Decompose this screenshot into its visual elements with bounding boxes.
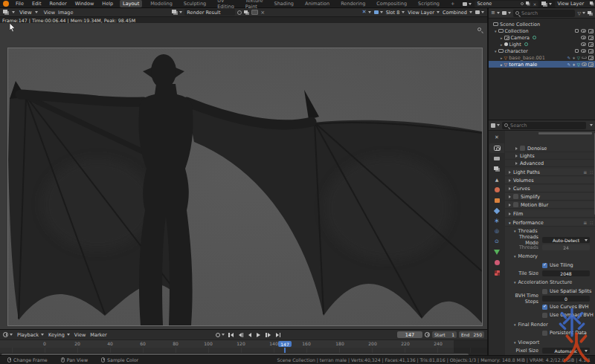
panel-film[interactable]: Film bbox=[505, 210, 595, 218]
menu-render[interactable]: Render bbox=[48, 1, 68, 7]
image-browse-dropdown[interactable] bbox=[172, 10, 182, 15]
playback-menu[interactable]: Playback bbox=[17, 332, 44, 338]
unlink-image-icon[interactable]: × bbox=[260, 10, 265, 16]
workspace-tab-compositing[interactable]: Compositing bbox=[373, 0, 410, 7]
preview-range-icon[interactable] bbox=[425, 332, 430, 337]
disclosure-right-icon[interactable]: ▸ bbox=[501, 42, 503, 47]
view-layer-browse-dropdown[interactable] bbox=[541, 1, 552, 7]
tab-object[interactable] bbox=[489, 195, 504, 205]
timeline-editor-dropdown[interactable] bbox=[3, 332, 13, 337]
render-layer-dropdown[interactable]: View Layer bbox=[408, 10, 440, 16]
properties-options-chevron-icon[interactable] bbox=[590, 124, 593, 126]
properties-search-input[interactable] bbox=[502, 122, 586, 129]
panel-menu-icon[interactable]: ≡ ∷ bbox=[583, 220, 594, 225]
play-button[interactable] bbox=[256, 333, 262, 337]
fake-user-icon[interactable] bbox=[237, 10, 242, 15]
denoise-checkbox[interactable] bbox=[520, 146, 525, 151]
workspace-tab-rendering[interactable]: Rendering bbox=[338, 0, 368, 7]
zoom-tool-icon[interactable] bbox=[477, 20, 481, 34]
disclosure-right-icon[interactable]: ▸ bbox=[501, 36, 503, 40]
tab-tool[interactable]: ✕ bbox=[489, 133, 504, 143]
start-frame-field[interactable]: Start1 bbox=[432, 331, 457, 338]
outliner-row-base-base[interactable]: ▸ ▽ base_base.001 ✎ ∗ ▽ bbox=[489, 54, 595, 61]
playhead-line[interactable] bbox=[284, 348, 286, 353]
partial-slider[interactable] bbox=[538, 132, 592, 134]
keying-menu[interactable]: Keying bbox=[48, 332, 70, 338]
hide-eye-icon[interactable] bbox=[582, 62, 587, 66]
tile-size-field[interactable]: 2048 bbox=[542, 270, 590, 276]
timeline-ruler[interactable]: 0 20 40 60 80 100 120 140 160 180 200 22… bbox=[0, 339, 487, 348]
render-slot-dropdown[interactable]: Slot 8 bbox=[386, 10, 405, 16]
open-image-icon[interactable] bbox=[251, 10, 258, 15]
panel-performance[interactable]: ▾Performance≡ ∷ bbox=[505, 219, 595, 227]
panel-light-paths[interactable]: Light Paths≡ ∷ bbox=[505, 169, 595, 176]
disclosure-right-icon[interactable]: ▸ bbox=[501, 56, 503, 60]
panel-menu-icon[interactable]: ≡ ∷ bbox=[583, 169, 594, 175]
curves-bvh-checkbox[interactable] bbox=[542, 305, 547, 310]
add-workspace-button[interactable]: + bbox=[448, 0, 457, 7]
workspace-tab-layout[interactable]: Layout bbox=[120, 0, 142, 7]
simplify-checkbox[interactable] bbox=[513, 194, 518, 199]
disable-render-icon[interactable] bbox=[588, 62, 594, 67]
scene-browse-dropdown[interactable] bbox=[463, 2, 472, 6]
tab-particles[interactable]: ∗ bbox=[489, 216, 504, 226]
bvh-steps-field[interactable]: 0 bbox=[542, 296, 590, 302]
disable-render-icon[interactable] bbox=[588, 56, 594, 60]
tab-texture[interactable] bbox=[489, 268, 504, 278]
section-acceleration[interactable]: ▾Acceleration Structure bbox=[505, 279, 595, 286]
outliner-row-scene-collection[interactable]: Scene Collection bbox=[489, 21, 595, 27]
disclosure-down-icon[interactable]: ▾ bbox=[495, 29, 497, 33]
panel-lights[interactable]: Lights bbox=[505, 152, 595, 160]
motion-blur-checkbox[interactable] bbox=[513, 202, 518, 207]
panel-simplify[interactable]: Simplify bbox=[505, 193, 595, 201]
outliner-search-input[interactable] bbox=[513, 10, 576, 17]
disclosure-right-icon[interactable]: ▸ bbox=[501, 62, 503, 67]
outliner-filter-dropdown[interactable] bbox=[502, 11, 511, 15]
image-mode-dropdown[interactable]: View bbox=[19, 10, 38, 16]
threads-count-field[interactable]: 24 bbox=[542, 244, 590, 250]
tab-view-layer[interactable] bbox=[489, 164, 504, 174]
properties-editor-dropdown[interactable] bbox=[491, 123, 500, 128]
display-mode-dropdown[interactable]: ≡ bbox=[491, 10, 500, 16]
tab-material[interactable] bbox=[489, 258, 504, 267]
jump-to-end-button[interactable] bbox=[274, 333, 282, 337]
menu-file[interactable]: File bbox=[14, 1, 25, 7]
image-view-menu[interactable]: View bbox=[42, 10, 57, 16]
disable-render-icon[interactable] bbox=[588, 42, 594, 47]
tab-render[interactable] bbox=[489, 143, 504, 153]
workspace-tab-animation[interactable]: Animation bbox=[302, 0, 332, 7]
next-keyframe-button[interactable] bbox=[265, 333, 272, 337]
menu-edit[interactable]: Edit bbox=[30, 1, 43, 7]
image-name-field[interactable]: Render Result bbox=[184, 9, 235, 16]
compact-bvh-checkbox[interactable] bbox=[542, 313, 547, 318]
section-memory[interactable]: ▾Memory bbox=[505, 253, 595, 260]
spatial-splits-checkbox[interactable] bbox=[542, 289, 547, 294]
jump-to-start-button[interactable] bbox=[228, 333, 235, 337]
hide-eye-icon[interactable] bbox=[581, 42, 586, 46]
new-collection-icon[interactable] bbox=[588, 11, 591, 14]
outliner-row-character[interactable]: ▾ character bbox=[489, 48, 595, 54]
timeline-view-menu[interactable]: View bbox=[74, 332, 86, 338]
tab-modifiers[interactable] bbox=[489, 206, 504, 215]
play-reverse-button[interactable] bbox=[248, 333, 253, 337]
image-image-menu[interactable]: Image bbox=[57, 10, 74, 16]
tab-object-data[interactable] bbox=[489, 247, 504, 257]
workspace-tab-sculpting[interactable]: Sculpting bbox=[181, 0, 209, 7]
image-viewer[interactable] bbox=[0, 23, 487, 329]
tab-constraints[interactable]: ⊙ bbox=[489, 237, 504, 247]
panel-volumes[interactable]: Volumes bbox=[505, 177, 595, 184]
tab-world[interactable] bbox=[489, 185, 504, 195]
pin-icon[interactable] bbox=[521, 2, 524, 5]
panel-advanced[interactable]: Advanced bbox=[505, 160, 595, 167]
auto-keying-button[interactable] bbox=[216, 333, 225, 337]
disable-render-icon[interactable] bbox=[588, 29, 594, 33]
panel-curves[interactable]: Curves bbox=[505, 185, 595, 192]
tab-scene[interactable]: ▲ bbox=[489, 175, 504, 184]
new-scene-icon[interactable] bbox=[526, 1, 529, 4]
unlink-scene-icon[interactable]: × bbox=[533, 1, 536, 7]
tab-physics[interactable]: ◎ bbox=[489, 227, 504, 236]
workspace-tab-shading[interactable]: Shading bbox=[271, 0, 297, 7]
workspace-tab-scripting[interactable]: Scripting bbox=[415, 0, 443, 7]
hide-eye-icon[interactable] bbox=[581, 49, 586, 53]
editor-type-dropdown[interactable] bbox=[3, 10, 15, 15]
